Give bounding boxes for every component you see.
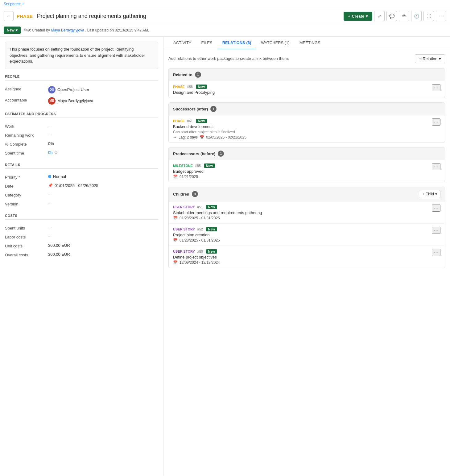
- people-section-title: PEOPLE: [5, 75, 158, 81]
- item-more-button[interactable]: ⋯: [432, 84, 440, 91]
- item-title: Define project objectives: [173, 255, 432, 259]
- share-icon: ⤢: [378, 14, 381, 19]
- item-meta: 📅 01/28/2025 - 01/31/2025: [173, 238, 432, 242]
- item-meta: 📅 01/21/2025: [173, 175, 432, 179]
- share-button[interactable]: ⤢: [374, 11, 385, 21]
- overall-costs-value: 300.00 EUR: [48, 252, 158, 257]
- tabs: ACTIVITY FILES RELATIONS (6) WATCHERS (1…: [163, 37, 450, 49]
- fullscreen-icon: ⛶: [427, 14, 431, 19]
- item-title: Project plan creation: [173, 233, 432, 237]
- accountable-value: MB Maya Berdygylyjova: [48, 97, 158, 105]
- details-section-title: DETAILS: [5, 163, 158, 169]
- page-title: Project planning and requirements gather…: [37, 13, 341, 19]
- spent-time-link[interactable]: 0h: [48, 150, 52, 155]
- tab-watchers[interactable]: WATCHERS (1): [256, 37, 294, 49]
- add-relation-label: Relation: [423, 56, 437, 61]
- successors-title: Successors (after) 1: [173, 106, 217, 112]
- list-item: MILESTONE #85 New Budget approved 📅 01/2…: [169, 160, 445, 182]
- item-more-button[interactable]: ⋯: [432, 227, 440, 234]
- status-button[interactable]: New ▾: [4, 27, 21, 34]
- relations-intro: Add relations to other work packages to …: [168, 54, 445, 63]
- item-meta: 📅 12/09/2024 - 12/13/2024: [173, 260, 432, 265]
- header: ← PHASE Project planning and requirement…: [0, 8, 450, 24]
- create-button[interactable]: + Create ▾: [344, 12, 372, 21]
- add-relation-button[interactable]: + Relation ▾: [415, 54, 445, 63]
- version-value: –: [48, 201, 158, 206]
- remaining-work-row: Remaining work –: [5, 130, 158, 139]
- watch-button[interactable]: 👁: [399, 11, 409, 21]
- relations-content: Add relations to other work packages to …: [163, 49, 450, 277]
- relation-dropdown-icon: ▾: [439, 56, 441, 61]
- work-value: –: [48, 123, 158, 128]
- create-dropdown-icon: ▾: [366, 14, 368, 19]
- tab-meetings[interactable]: MEETINGS: [295, 37, 325, 49]
- list-item: USER STORY #51 New Stakeholder meetings …: [169, 201, 445, 224]
- date-text: 01/01/2025 - 02/26/2025: [55, 183, 98, 188]
- timer-icon[interactable]: ⏱: [54, 150, 58, 155]
- item-title: Design and Prototyping: [173, 90, 432, 95]
- date-value: 📌 01/01/2025 - 02/26/2025: [48, 183, 158, 188]
- list-item: PHASE #56 New Design and Prototyping ⋯: [169, 81, 445, 98]
- overall-costs-label: Overall costs: [5, 252, 48, 257]
- children-count: 3: [192, 191, 198, 197]
- item-status: New: [206, 249, 217, 254]
- item-type: USER STORY: [173, 205, 195, 209]
- description: This phase focuses on setting the founda…: [5, 42, 158, 69]
- calendar-icon: 📅: [200, 135, 204, 139]
- tab-activity[interactable]: ACTIVITY: [168, 37, 196, 49]
- activity-button[interactable]: 💬: [386, 11, 397, 21]
- assignee-label: Assignee: [5, 86, 48, 91]
- more-options-button[interactable]: ⋯: [436, 11, 446, 21]
- successors-header: Successors (after) 1: [169, 103, 445, 115]
- history-icon: 🕐: [414, 14, 419, 19]
- date-label: Date: [5, 183, 48, 188]
- child-dropdown-icon: ▾: [435, 192, 437, 196]
- add-child-label: Child: [426, 192, 434, 196]
- assignee-value: OU OpenProject User: [48, 86, 158, 93]
- item-more-button[interactable]: ⋯: [432, 249, 440, 256]
- fullscreen-button[interactable]: ⛶: [423, 11, 434, 21]
- children-group: Children 3 + Child ▾ USER STORY #51: [168, 187, 445, 268]
- item-status: New: [196, 85, 207, 89]
- add-relation-icon: +: [419, 56, 421, 61]
- calendar-icon: 📅: [173, 260, 178, 265]
- assignee-avatar: OU: [48, 86, 56, 93]
- left-panel: This phase focuses on setting the founda…: [0, 37, 163, 476]
- set-parent-link[interactable]: Set parent +: [4, 2, 24, 6]
- more-icon: ⋯: [439, 14, 443, 19]
- calendar-icon: 📅: [173, 175, 178, 179]
- list-item: USER STORY #52 New Project plan creation…: [169, 224, 445, 246]
- tab-files[interactable]: FILES: [196, 37, 217, 49]
- item-meta: ↔ Lag: 2 days 📅 02/05/2025 - 02/21/2025: [173, 135, 432, 139]
- priority-text: Normal: [53, 174, 66, 179]
- item-more-button[interactable]: ⋯: [432, 163, 440, 170]
- item-id: #56: [187, 85, 193, 89]
- item-title: Backend development: [173, 124, 432, 129]
- complete-row: % Complete 0%: [5, 139, 158, 148]
- create-icon: +: [348, 14, 350, 19]
- tab-relations[interactable]: RELATIONS (6): [217, 37, 256, 49]
- successors-count: 1: [210, 106, 217, 112]
- accountable-name: Maya Berdygylyjova: [57, 98, 93, 103]
- item-more-button[interactable]: ⋯: [432, 118, 440, 126]
- item-id: #61: [187, 119, 193, 123]
- remaining-label: Remaining work: [5, 132, 48, 138]
- priority-row: Priority * Normal: [5, 172, 158, 181]
- meta-bar: New ▾ #49: Created by Maya Berdygylyjova…: [0, 24, 450, 37]
- back-button[interactable]: ←: [4, 11, 14, 21]
- item-id: #51: [197, 205, 203, 209]
- spent-units-value: –: [48, 225, 158, 230]
- predecessors-group: Predecessors (before) 1 MILESTONE #85 Ne…: [168, 147, 445, 182]
- related-to-header: Related to 1: [169, 68, 445, 81]
- remaining-value: –: [48, 132, 158, 137]
- work-label: Work: [5, 123, 48, 129]
- history-button[interactable]: 🕐: [411, 11, 422, 21]
- author-link[interactable]: Maya Berdygylyjova: [51, 28, 84, 32]
- item-more-button[interactable]: ⋯: [432, 205, 440, 212]
- overall-costs-row: Overall costs 300.00 EUR: [5, 250, 158, 259]
- priority-value: Normal: [48, 174, 158, 179]
- item-type: USER STORY: [173, 250, 195, 253]
- add-child-button[interactable]: + Child ▾: [419, 190, 440, 198]
- item-title: Stakeholder meetings and requirements ga…: [173, 210, 432, 215]
- spent-time-label: Spent time: [5, 150, 48, 155]
